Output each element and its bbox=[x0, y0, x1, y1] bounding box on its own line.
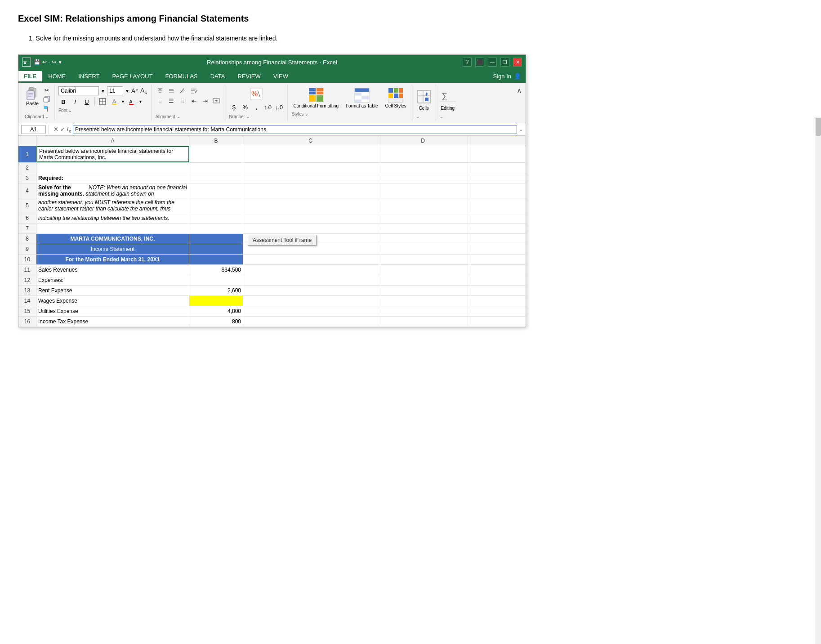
cell-reference-box[interactable] bbox=[21, 125, 46, 134]
cell-d12[interactable] bbox=[378, 275, 468, 285]
formulas-menu[interactable]: FORMULAS bbox=[159, 71, 204, 81]
vertical-scrollbar[interactable] bbox=[815, 117, 821, 341]
home-menu[interactable]: HOME bbox=[42, 71, 72, 81]
cell-b9[interactable] bbox=[189, 244, 243, 254]
borders-button[interactable] bbox=[98, 97, 107, 106]
cell-a7[interactable] bbox=[36, 224, 189, 233]
font-name-input[interactable] bbox=[58, 86, 99, 95]
decrease-indent-button[interactable]: ⇤ bbox=[189, 96, 199, 105]
row-header[interactable]: 15 bbox=[18, 306, 36, 316]
wrap-text-button[interactable] bbox=[189, 86, 199, 95]
cell-c5[interactable] bbox=[243, 198, 378, 213]
cell-d8[interactable] bbox=[378, 234, 468, 244]
ribbon-collapse-button[interactable]: ∧ bbox=[517, 85, 522, 95]
row-header[interactable]: 2 bbox=[18, 163, 36, 173]
row-header[interactable]: 3 bbox=[18, 173, 36, 183]
cell-d6[interactable] bbox=[378, 213, 468, 223]
data-menu[interactable]: DATA bbox=[204, 71, 232, 81]
cell-a3[interactable]: Required: bbox=[36, 173, 189, 183]
align-left-button[interactable]: ≡ bbox=[155, 96, 165, 105]
row-header[interactable]: 4 bbox=[18, 183, 36, 198]
cell-d2[interactable] bbox=[378, 163, 468, 173]
row-header[interactable]: 11 bbox=[18, 265, 36, 275]
minimize-button[interactable]: — bbox=[488, 58, 497, 67]
increase-font-button[interactable]: A▲ bbox=[131, 87, 138, 94]
col-header-a[interactable]: A bbox=[36, 136, 189, 146]
cancel-formula-icon[interactable]: ✕ bbox=[54, 126, 58, 133]
page-layout-menu[interactable]: PAGE LAYOUT bbox=[106, 71, 159, 81]
comma-button[interactable]: , bbox=[251, 103, 261, 112]
number-expand[interactable]: ⌄ bbox=[246, 114, 250, 119]
center-button[interactable]: ☰ bbox=[166, 96, 176, 105]
cell-a2[interactable] bbox=[36, 163, 189, 173]
cell-b16[interactable]: 800 bbox=[189, 317, 243, 326]
clipboard-expand[interactable]: ⌄ bbox=[45, 114, 49, 119]
increase-indent-button[interactable]: ⇥ bbox=[200, 96, 210, 105]
top-align-button[interactable] bbox=[155, 86, 165, 95]
feedback-button[interactable]: ⬛ bbox=[475, 58, 484, 67]
cell-b4[interactable] bbox=[189, 183, 243, 198]
cell-b2[interactable] bbox=[189, 163, 243, 173]
quick-access-dropdown[interactable]: ▼ bbox=[58, 60, 62, 65]
col-header-d[interactable]: D bbox=[378, 136, 468, 146]
cell-d16[interactable] bbox=[378, 317, 468, 326]
middle-align-button[interactable] bbox=[166, 86, 176, 95]
cell-c3[interactable] bbox=[243, 173, 378, 183]
cell-a5[interactable]: another statement, you MUST reference th… bbox=[36, 198, 189, 213]
row-header[interactable]: 5 bbox=[18, 198, 36, 213]
paste-button[interactable]: Paste bbox=[25, 86, 40, 107]
cut-button[interactable]: ✂ bbox=[42, 86, 52, 94]
cell-a12[interactable]: Expenses: bbox=[36, 275, 189, 285]
cell-c11[interactable] bbox=[243, 265, 378, 275]
cell-a9[interactable]: Income Statement bbox=[36, 244, 189, 254]
copy-button[interactable] bbox=[42, 95, 52, 103]
decrease-font-button[interactable]: A▼ bbox=[140, 87, 147, 95]
underline-button[interactable]: U bbox=[82, 97, 92, 106]
text-orientation-button[interactable] bbox=[178, 86, 187, 95]
decrease-decimal-button[interactable]: ↓.0 bbox=[274, 103, 284, 112]
undo-icon[interactable]: ↩ bbox=[42, 59, 47, 65]
confirm-formula-icon[interactable]: ✓ bbox=[60, 126, 65, 133]
fill-color-dropdown[interactable]: ▼ bbox=[121, 99, 125, 104]
cell-b3[interactable] bbox=[189, 173, 243, 183]
cell-b8[interactable] bbox=[189, 234, 243, 244]
cell-a10[interactable]: For the Month Ended March 31, 20X1 bbox=[36, 255, 189, 264]
cell-d13[interactable] bbox=[378, 286, 468, 295]
cell-a4[interactable]: Solve for the missing amounts. NOTE: Whe… bbox=[36, 183, 189, 198]
redo-icon[interactable]: ↪ bbox=[52, 59, 56, 65]
format-painter-button[interactable] bbox=[42, 104, 52, 112]
cell-c7[interactable] bbox=[243, 224, 378, 233]
cell-c12[interactable] bbox=[243, 275, 378, 285]
cell-c1[interactable] bbox=[243, 146, 378, 162]
cell-d7[interactable] bbox=[378, 224, 468, 233]
cells-expand[interactable]: ⌄ bbox=[416, 114, 419, 119]
save-icon[interactable]: 💾 bbox=[34, 59, 40, 65]
cell-a15[interactable]: Utilities Expense bbox=[36, 306, 189, 316]
editing-expand[interactable]: ⌄ bbox=[440, 114, 443, 119]
row-header[interactable]: 9 bbox=[18, 244, 36, 254]
cell-b14[interactable] bbox=[189, 296, 243, 306]
italic-button[interactable]: I bbox=[70, 97, 80, 106]
cell-d4[interactable] bbox=[378, 183, 468, 198]
cell-d9[interactable] bbox=[378, 244, 468, 254]
cell-c10[interactable] bbox=[243, 255, 378, 264]
styles-expand[interactable]: ⌄ bbox=[305, 112, 308, 116]
col-header-c[interactable]: C bbox=[243, 136, 378, 146]
bold-button[interactable]: B bbox=[58, 97, 68, 106]
col-header-b[interactable]: B bbox=[189, 136, 243, 146]
cell-c8[interactable]: Assessment Tool iFrame bbox=[243, 234, 378, 244]
review-menu[interactable]: REVIEW bbox=[231, 71, 267, 81]
cell-a13[interactable]: Rent Expense bbox=[36, 286, 189, 295]
close-button[interactable]: ✕ bbox=[513, 58, 522, 67]
percent-button[interactable]: % bbox=[240, 103, 250, 112]
cell-c13[interactable] bbox=[243, 286, 378, 295]
formula-expand-icon[interactable]: ⌄ bbox=[517, 126, 523, 132]
row-header[interactable]: 13 bbox=[18, 286, 36, 295]
sign-in-area[interactable]: Sign In 👤 bbox=[493, 73, 526, 80]
cell-d1[interactable] bbox=[378, 146, 468, 162]
cell-d14[interactable] bbox=[378, 296, 468, 306]
cell-c4[interactable] bbox=[243, 183, 378, 198]
font-expand[interactable]: ⌄ bbox=[68, 108, 72, 113]
cell-c6[interactable] bbox=[243, 213, 378, 223]
font-size-dropdown[interactable]: ▼ bbox=[125, 89, 129, 94]
